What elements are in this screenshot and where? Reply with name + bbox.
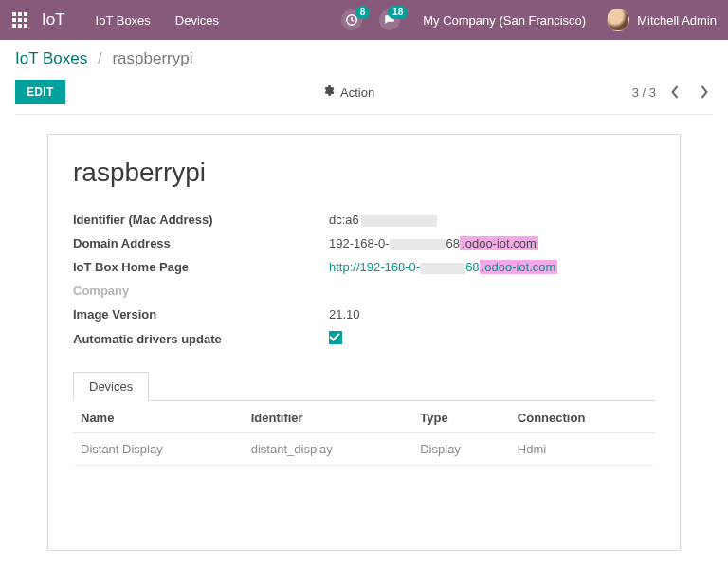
menu-iot-boxes[interactable]: IoT Boxes [96, 13, 151, 28]
cell-connection: Hdmi [510, 433, 655, 466]
menu-devices[interactable]: Devices [175, 13, 219, 28]
pager-text: 3 / 3 [632, 85, 656, 100]
app-brand[interactable]: IoT [42, 10, 65, 29]
cell-name: Distant Display [73, 433, 244, 466]
checkbox-checked-icon [329, 331, 342, 344]
action-dropdown[interactable]: Action [322, 84, 374, 100]
discuss-count: 18 [388, 6, 408, 19]
form-sheet: raspberrypi Identifier (Mac Address) dc:… [47, 134, 681, 551]
label-homepage: IoT Box Home Page [73, 260, 319, 274]
devices-table: Name Identifier Type Connection Distant … [73, 401, 655, 466]
value-homepage: http://192-168-0-68.odoo-iot.com [329, 260, 655, 274]
redacted-block [361, 215, 437, 227]
top-navbar: IoT IoT Boxes Devices 8 18 My Company (S… [0, 0, 728, 40]
action-label: Action [340, 85, 374, 100]
svg-rect-3 [12, 18, 16, 22]
svg-rect-8 [24, 24, 27, 28]
user-name: Mitchell Admin [637, 13, 717, 28]
svg-rect-4 [18, 18, 22, 22]
col-type[interactable]: Type [412, 401, 510, 433]
record-title: raspberrypi [73, 157, 655, 188]
label-image-version: Image Version [73, 307, 319, 322]
gear-icon [322, 84, 335, 100]
discuss-button[interactable]: 18 [379, 9, 400, 30]
breadcrumb: IoT Boxes / raspberrypi [15, 49, 713, 68]
col-name[interactable]: Name [73, 401, 244, 433]
redacted-block [390, 239, 446, 250]
edit-button[interactable]: EDIT [15, 80, 65, 104]
svg-rect-7 [18, 24, 22, 28]
breadcrumb-separator: / [98, 49, 102, 67]
avatar [607, 9, 629, 31]
svg-rect-1 [18, 12, 22, 16]
pager-prev[interactable] [667, 83, 684, 101]
col-identifier[interactable]: Identifier [244, 401, 413, 433]
label-identifier: Identifier (Mac Address) [73, 212, 319, 227]
col-connection[interactable]: Connection [510, 401, 655, 433]
user-menu[interactable]: Mitchell Admin [607, 9, 717, 31]
tab-bar: Devices [73, 372, 655, 401]
label-domain: Domain Address [73, 236, 319, 250]
breadcrumb-root[interactable]: IoT Boxes [15, 49, 87, 67]
svg-rect-0 [12, 12, 16, 16]
cell-identifier: distant_display [244, 433, 413, 466]
homepage-link[interactable]: http://192-168-0-68.odoo-iot.com [329, 260, 557, 274]
value-identifier: dc:a6 [329, 212, 655, 227]
svg-rect-6 [12, 24, 16, 28]
pager: 3 / 3 [632, 83, 713, 101]
company-selector[interactable]: My Company (San Francisco) [423, 13, 586, 28]
svg-rect-5 [24, 18, 27, 22]
control-panel: IoT Boxes / raspberrypi EDIT Action 3 / … [0, 40, 728, 115]
breadcrumb-current: raspberrypi [112, 49, 192, 67]
activities-button[interactable]: 8 [341, 9, 362, 30]
value-auto-drivers [329, 331, 655, 347]
svg-rect-2 [24, 12, 27, 16]
value-domain: 192-168-0-68.odoo-iot.com [329, 236, 655, 250]
label-auto-drivers: Automatic drivers update [73, 332, 319, 346]
value-image-version: 21.10 [329, 307, 655, 322]
label-company: Company [73, 284, 319, 298]
cell-type: Display [412, 433, 510, 466]
table-row[interactable]: Distant Display distant_display Display … [73, 433, 655, 466]
pager-next[interactable] [696, 83, 713, 101]
activities-count: 8 [355, 6, 371, 19]
tab-devices[interactable]: Devices [73, 372, 149, 401]
redacted-block [420, 263, 465, 274]
apps-icon[interactable] [11, 11, 28, 28]
